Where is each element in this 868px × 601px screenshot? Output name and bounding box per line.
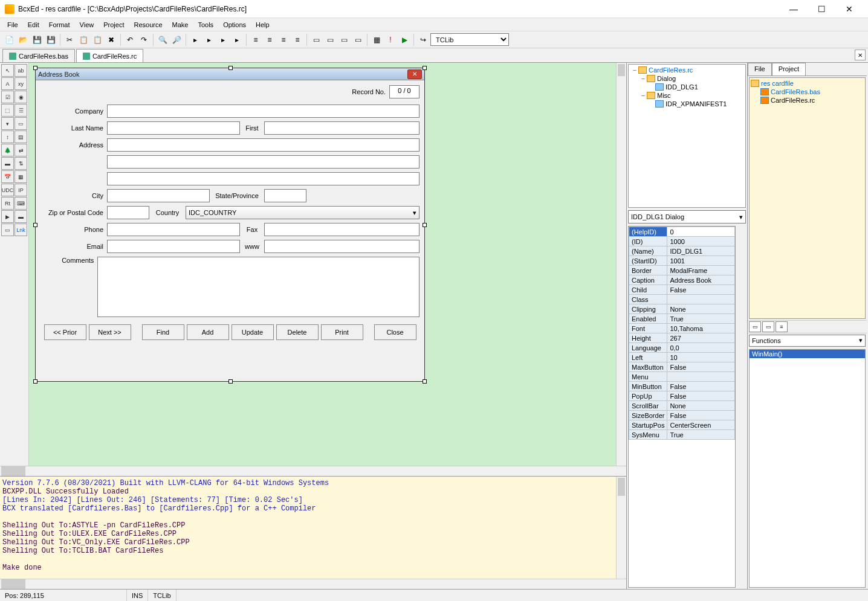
- find-button[interactable]: Find: [142, 324, 184, 340]
- delete-icon[interactable]: ✖: [105, 33, 118, 47]
- prop-val[interactable]: 1000: [667, 237, 735, 246]
- toolbar-tool-icon[interactable]: ▬: [15, 210, 27, 223]
- tab-project[interactable]: Project: [772, 63, 806, 76]
- prop-val[interactable]: False: [667, 285, 735, 295]
- udc-tool-icon[interactable]: UDC: [1, 184, 14, 196]
- property-grid[interactable]: (HelpID)0(ID)1000(Name)IDD_DLG1(StartID)…: [628, 226, 736, 588]
- email-input[interactable]: [107, 240, 240, 253]
- tab-file[interactable]: File: [748, 63, 772, 76]
- grid-icon[interactable]: ▦: [370, 33, 383, 47]
- dialog-close-icon[interactable]: ✕: [407, 69, 422, 79]
- prop-val[interactable]: Address Book: [667, 275, 735, 285]
- functions-list[interactable]: WinMain(): [749, 349, 866, 588]
- redo-icon[interactable]: ↷: [137, 33, 151, 47]
- prop-key[interactable]: Language: [629, 343, 667, 353]
- new-file-icon[interactable]: 📄: [2, 33, 16, 47]
- prop-key[interactable]: ScrollBar: [629, 401, 667, 411]
- prop-key[interactable]: Enabled: [629, 314, 667, 324]
- window4-icon[interactable]: ▭: [351, 33, 364, 47]
- city-input[interactable]: [107, 189, 210, 202]
- prop-val[interactable]: True: [667, 430, 735, 440]
- save-icon[interactable]: 💾: [30, 33, 44, 47]
- prop-key[interactable]: Height: [629, 333, 667, 343]
- window3-icon[interactable]: ▭: [337, 33, 351, 47]
- prop-key[interactable]: Font: [629, 324, 667, 333]
- close-dialog-button[interactable]: Close: [374, 324, 416, 340]
- indent-icon[interactable]: ≡: [249, 33, 262, 47]
- dialog-preview[interactable]: Address Book ✕ Record No. 0 / 0 Company …: [35, 68, 425, 382]
- menu-resource[interactable]: Resource: [129, 20, 167, 30]
- maximize-button[interactable]: ☐: [808, 1, 835, 18]
- run-icon[interactable]: ▶: [398, 33, 411, 47]
- print-button[interactable]: Print: [321, 324, 363, 340]
- prop-val[interactable]: [667, 295, 735, 304]
- prop-key[interactable]: (Name): [629, 246, 667, 256]
- menu-project[interactable]: Project: [99, 20, 129, 30]
- tree-tool-icon[interactable]: 🌲: [1, 144, 14, 156]
- prop-key[interactable]: (StartID): [629, 256, 667, 266]
- prop-val[interactable]: 10: [667, 353, 735, 362]
- prop-val[interactable]: False: [667, 362, 735, 372]
- cut-icon[interactable]: ✂: [63, 33, 76, 47]
- menu-make[interactable]: Make: [167, 20, 193, 30]
- prop-key[interactable]: StartupPos: [629, 420, 667, 430]
- prop-val[interactable]: False: [667, 411, 735, 420]
- step-icon[interactable]: ↪: [416, 33, 430, 47]
- resource-tree[interactable]: −CardFileRes.rc −Dialog IDD_DLG1 −Misc I…: [628, 64, 746, 208]
- prop-val[interactable]: False: [667, 382, 735, 391]
- functions-combo[interactable]: Functions▾: [749, 335, 866, 347]
- check-tool-icon[interactable]: ☑: [1, 91, 14, 103]
- menu-options[interactable]: Options: [218, 20, 251, 30]
- design-canvas[interactable]: Address Book ✕ Record No. 0 / 0 Company …: [29, 63, 616, 466]
- canvas-scrollbar[interactable]: [616, 63, 626, 466]
- menu-view[interactable]: View: [75, 20, 99, 30]
- prop-val[interactable]: IDD_DLG1: [667, 246, 735, 256]
- prop-key[interactable]: Left: [629, 353, 667, 362]
- prop-val[interactable]: None: [667, 401, 735, 411]
- prop-val[interactable]: True: [667, 314, 735, 324]
- outdent-icon[interactable]: ≡: [263, 33, 276, 47]
- add-button[interactable]: Add: [187, 324, 229, 340]
- view1-icon[interactable]: ▭: [749, 321, 761, 332]
- radio-tool-icon[interactable]: ◉: [15, 91, 27, 103]
- label-tool-icon[interactable]: ab: [15, 64, 27, 77]
- hotkey-tool-icon[interactable]: ⌨: [15, 197, 27, 210]
- fax-input[interactable]: [264, 223, 419, 236]
- www-input[interactable]: [264, 240, 419, 253]
- canvas-hscroll[interactable]: [0, 466, 626, 476]
- tab-close-icon[interactable]: ✕: [855, 50, 866, 60]
- prop-key[interactable]: Caption: [629, 275, 667, 285]
- find-icon[interactable]: 🔍: [156, 33, 169, 47]
- ip-tool-icon[interactable]: IP: [15, 184, 27, 196]
- find-next-icon[interactable]: 🔎: [170, 33, 183, 47]
- prop-key[interactable]: MaxButton: [629, 362, 667, 372]
- country-combo[interactable]: IDC_COUNTRY▾: [186, 206, 419, 219]
- prop-key[interactable]: Menu: [629, 372, 667, 382]
- prop-key[interactable]: Clipping: [629, 304, 667, 314]
- view2-icon[interactable]: ▭: [762, 321, 774, 332]
- xy-tool-icon[interactable]: xy: [15, 77, 27, 90]
- combo-tool-icon[interactable]: ▾: [1, 117, 14, 130]
- prop-val[interactable]: 267: [667, 333, 735, 343]
- menu-format[interactable]: Format: [44, 20, 75, 30]
- zip-input[interactable]: [107, 206, 149, 219]
- function-item[interactable]: WinMain(): [750, 350, 865, 358]
- prior-button[interactable]: << Prior: [44, 324, 86, 340]
- first-input[interactable]: [264, 121, 419, 135]
- tree-dialog-folder[interactable]: −Dialog: [630, 74, 744, 83]
- copy-icon[interactable]: 📋: [77, 33, 90, 47]
- prop-key[interactable]: Class: [629, 295, 667, 304]
- paste-icon[interactable]: 📋: [91, 33, 104, 47]
- link-tool-icon[interactable]: Lnk: [15, 223, 27, 236]
- tab-bas[interactable]: CardFileRes.bas: [2, 49, 75, 62]
- prop-val[interactable]: False: [667, 391, 735, 401]
- prop-key[interactable]: Border: [629, 266, 667, 275]
- bookmark-prev-icon[interactable]: ▸: [216, 33, 230, 47]
- menu-file[interactable]: File: [2, 20, 23, 30]
- target-combo[interactable]: TCLib: [430, 33, 509, 46]
- list-tool-icon[interactable]: ☰: [15, 104, 27, 117]
- delete-button[interactable]: Delete: [276, 324, 319, 340]
- prop-key[interactable]: (ID): [629, 237, 667, 246]
- prop-val[interactable]: 0: [667, 227, 735, 237]
- bookmark-clear-icon[interactable]: ▸: [230, 33, 244, 47]
